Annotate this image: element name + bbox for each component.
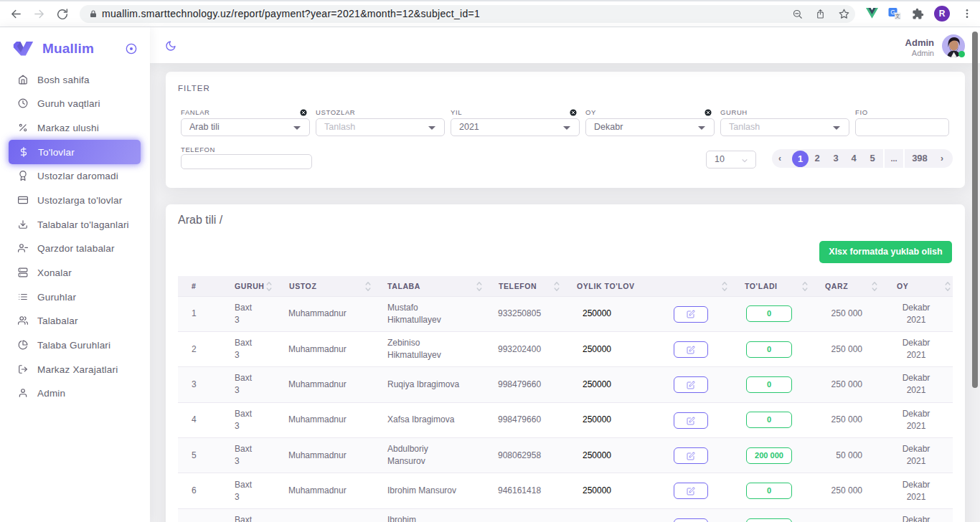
svg-text:G: G bbox=[890, 9, 895, 16]
svg-text:文: 文 bbox=[895, 13, 900, 19]
